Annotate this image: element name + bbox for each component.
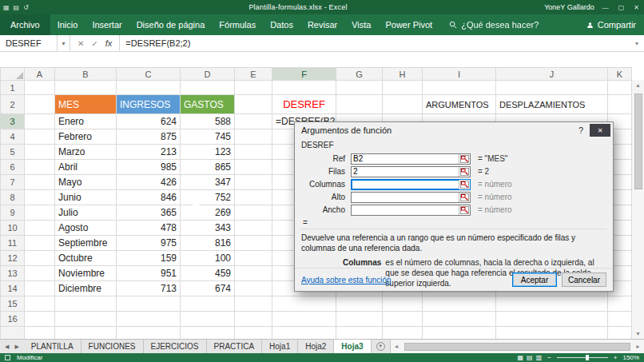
row-header-7[interactable]: 7	[1, 175, 25, 190]
cell-I15[interactable]	[423, 296, 496, 312]
sheet-tab-hoja1[interactable]: Hoja1	[262, 340, 298, 353]
cell-H17[interactable]	[383, 327, 423, 340]
cell-B11[interactable]: Septiembre	[55, 236, 117, 251]
cell-E3[interactable]	[235, 114, 272, 129]
cell-E10[interactable]	[235, 221, 272, 236]
column-header-H[interactable]: H	[383, 68, 423, 81]
tab-formulas[interactable]: Fórmulas	[212, 14, 263, 35]
normal-view-icon[interactable]: ▦	[518, 354, 524, 361]
user-name[interactable]: YoneY Gallardo	[544, 3, 594, 11]
cell-A4[interactable]	[25, 129, 55, 145]
columnas-input[interactable]	[352, 180, 459, 189]
cell-I2[interactable]: ARGUMENTOS	[423, 95, 496, 114]
cell-J1[interactable]	[496, 81, 608, 95]
row-header-8[interactable]: 8	[1, 190, 25, 205]
cell-C5[interactable]: 213	[117, 145, 181, 160]
cell-D17[interactable]	[181, 327, 235, 340]
cell-B7[interactable]: Mayo	[55, 175, 117, 190]
column-header-K[interactable]: K	[608, 68, 632, 81]
cell-A14[interactable]	[25, 281, 55, 296]
cell-A8[interactable]	[25, 190, 55, 205]
cell-C15[interactable]	[117, 296, 181, 312]
sheet-tab-hoja2[interactable]: Hoja2	[298, 340, 334, 353]
close-button[interactable]: ✕	[632, 4, 641, 11]
cell-B14[interactable]: Diciembre	[55, 281, 117, 296]
cell-H16[interactable]	[383, 312, 423, 327]
cell-C9[interactable]: 365	[117, 205, 181, 221]
cell-K16[interactable]	[608, 312, 632, 327]
tab-inicio[interactable]: Inicio	[50, 14, 85, 35]
cell-B17[interactable]	[55, 327, 117, 340]
cell-C10[interactable]: 478	[117, 221, 181, 236]
cell-F16[interactable]	[272, 312, 336, 327]
cell-C13[interactable]: 951	[117, 266, 181, 281]
tab-datos[interactable]: Datos	[263, 14, 300, 35]
name-box[interactable]: DESREF	[0, 35, 58, 51]
cell-E12[interactable]	[235, 251, 272, 266]
restore-button[interactable]: ▢	[617, 4, 626, 11]
page-layout-view-icon[interactable]: ▤	[527, 354, 533, 361]
tab-power-pivot[interactable]: Power Pivot	[378, 14, 439, 35]
cell-E1[interactable]	[235, 81, 272, 95]
zoom-level[interactable]: 150%	[623, 354, 639, 361]
cell-C7[interactable]: 426	[117, 175, 181, 190]
row-header-12[interactable]: 12	[1, 251, 25, 266]
cell-B2[interactable]: MES	[55, 95, 117, 114]
cell-D3[interactable]: 588	[181, 114, 235, 129]
column-header-D[interactable]: D	[181, 68, 235, 81]
save-icon[interactable]: ▤	[14, 4, 20, 11]
cell-A2[interactable]	[25, 95, 55, 114]
row-header-5[interactable]: 5	[1, 145, 25, 160]
cell-B1[interactable]	[55, 81, 117, 95]
cell-D6[interactable]: 865	[181, 160, 235, 175]
cell-E2[interactable]	[235, 95, 272, 114]
column-header-J[interactable]: J	[496, 68, 608, 81]
cell-D16[interactable]	[181, 312, 235, 327]
range-selector-icon[interactable]	[459, 180, 470, 189]
cell-B12[interactable]: Octubre	[55, 251, 117, 266]
row-header-13[interactable]: 13	[1, 266, 25, 281]
cell-D15[interactable]	[181, 296, 235, 312]
cell-K17[interactable]	[608, 327, 632, 340]
cell-J17[interactable]	[496, 327, 608, 340]
confirm-entry-icon[interactable]: ✓	[91, 39, 97, 48]
undo-icon[interactable]: ↺	[23, 4, 29, 11]
cell-A17[interactable]	[25, 327, 55, 340]
cell-D13[interactable]: 459	[181, 266, 235, 281]
cell-C11[interactable]: 975	[117, 236, 181, 251]
column-header-B[interactable]: B	[55, 68, 117, 81]
cell-B8[interactable]: Junio	[55, 190, 117, 205]
cell-A16[interactable]	[25, 312, 55, 327]
cell-D2[interactable]: GASTOS	[181, 95, 235, 114]
tab-archivo[interactable]: Archivo	[0, 14, 50, 35]
cell-F1[interactable]	[272, 81, 336, 95]
scroll-down-icon[interactable]: ▼	[635, 328, 641, 339]
cell-F17[interactable]	[272, 327, 336, 340]
macro-record-icon[interactable]	[5, 355, 10, 360]
column-header-A[interactable]: A	[25, 68, 55, 81]
ref-input[interactable]	[352, 154, 459, 164]
tab-diseno-de-pagina[interactable]: Diseño de página	[129, 14, 213, 35]
scroll-up-icon[interactable]: ▲	[635, 80, 641, 90]
cell-D12[interactable]: 100	[181, 251, 235, 266]
function-help-link[interactable]: Ayuda sobre esta función	[301, 276, 392, 284]
cell-A10[interactable]	[25, 221, 55, 236]
cell-D10[interactable]: 343	[181, 221, 235, 236]
share-button[interactable]: Compartir	[586, 20, 644, 30]
sheet-tab-funciones[interactable]: FUNCIONES	[81, 340, 144, 353]
cell-C17[interactable]	[117, 327, 181, 340]
column-header-I[interactable]: I	[423, 68, 496, 81]
cell-D1[interactable]	[181, 81, 235, 95]
range-selector-icon[interactable]	[459, 167, 470, 177]
ancho-input[interactable]	[352, 205, 459, 215]
cell-A15[interactable]	[25, 296, 55, 312]
cell-D5[interactable]: 123	[181, 145, 235, 160]
cell-C4[interactable]: 875	[117, 129, 181, 145]
insert-function-icon[interactable]: fx	[105, 38, 113, 48]
tab-vista[interactable]: Vista	[344, 14, 378, 35]
row-header-15[interactable]: 15	[1, 296, 25, 312]
scroll-right-icon[interactable]: ►	[632, 344, 644, 349]
cell-H1[interactable]	[383, 81, 423, 95]
sheet-tab-practica[interactable]: PRACTICA	[207, 340, 263, 353]
row-header-3[interactable]: 3	[1, 114, 25, 129]
